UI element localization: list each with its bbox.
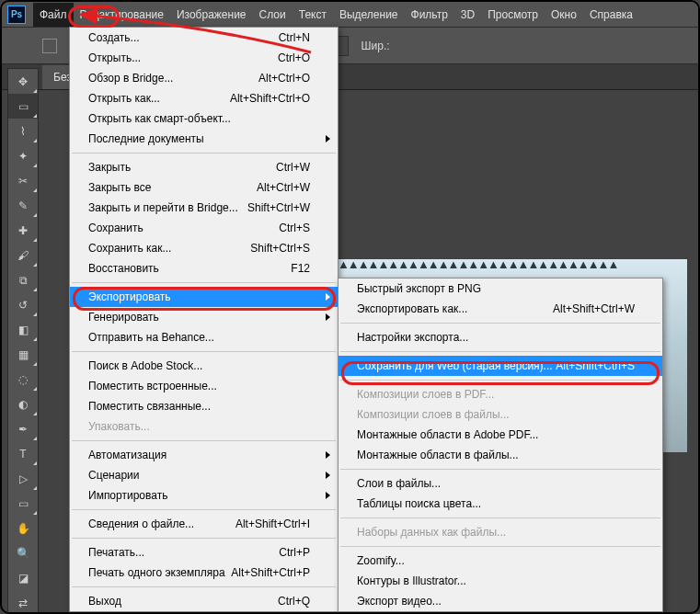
file-menu-item-11[interactable]: Сохранить как...Shift+Ctrl+S (70, 238, 338, 258)
menu-3d[interactable]: 3D (454, 3, 481, 27)
tool-heal[interactable]: ✚ (8, 218, 38, 243)
menu-файл[interactable]: Файл (33, 3, 74, 27)
export-menu-item-10[interactable]: Монтажные области в файлы... (339, 445, 662, 465)
file-menu-item-14[interactable]: Экспортировать (70, 287, 338, 307)
menu-окно[interactable]: Окно (545, 3, 583, 27)
export-menu-item-3[interactable]: Настройки экспорта... (339, 327, 662, 347)
tool-shape[interactable]: ▭ (8, 491, 38, 516)
tool-eyedropper[interactable]: ✎ (8, 193, 38, 218)
file-menu-item-shortcut: Ctrl+N (279, 31, 310, 44)
file-menu-item-25[interactable]: Импортировать (70, 485, 338, 506)
marquee-rect-icon[interactable] (42, 39, 57, 53)
tool-lasso[interactable]: ⌇ (8, 119, 38, 143)
file-menu-item-5[interactable]: Последние документы (70, 129, 338, 149)
file-menu-item-18[interactable]: Поиск в Adobe Stock... (70, 356, 338, 376)
tool-pen[interactable]: ✒ (8, 416, 38, 441)
file-menu-item-shortcut: Alt+Ctrl+W (257, 181, 310, 194)
file-menu-item-7[interactable]: ЗакрытьCtrl+W (70, 157, 338, 177)
file-menu-item-8[interactable]: Закрыть всеAlt+Ctrl+W (70, 177, 338, 198)
tool-colors[interactable]: ◪ (8, 565, 38, 590)
pen-icon: ✒ (18, 423, 28, 436)
file-menu-item-20[interactable]: Поместить связанные... (70, 396, 338, 416)
file-menu-item-label: Закрыть и перейти в Bridge... (88, 201, 247, 214)
file-menu-separator (72, 153, 336, 154)
file-menu-item-4[interactable]: Открыть как смарт-объект... (70, 108, 338, 129)
file-menu-item-label: Открыть как смарт-объект... (88, 112, 310, 125)
file-menu-item-0[interactable]: Создать...Ctrl+N (70, 28, 338, 48)
file-menu-item-12[interactable]: ВосстановитьF12 (70, 258, 338, 279)
tool-marquee[interactable]: ▭ (8, 94, 38, 119)
tool-gradient[interactable]: ▦ (8, 342, 38, 367)
tool-stamp[interactable]: ⧉ (8, 267, 38, 292)
file-menu-item-2[interactable]: Обзор в Bridge...Alt+Ctrl+O (70, 68, 338, 88)
menu-просмотр[interactable]: Просмотр (481, 3, 545, 27)
file-menu-separator (72, 440, 336, 441)
tool-swap[interactable]: ⇄ (8, 590, 38, 614)
tool-type[interactable]: T (8, 441, 38, 466)
file-menu-item-label: Отправить на Behance... (88, 331, 310, 344)
export-menu-separator (340, 351, 660, 352)
file-menu-item-label: Поиск в Adobe Stock... (88, 359, 310, 372)
export-menu-separator (340, 546, 660, 547)
menu-текст[interactable]: Текст (293, 3, 333, 27)
file-menu-item-23[interactable]: Автоматизация (70, 445, 338, 465)
menu-слои[interactable]: Слои (253, 3, 293, 27)
file-menu-item-9[interactable]: Закрыть и перейти в Bridge...Shift+Ctrl+… (70, 198, 338, 218)
export-menu-item-label: Композиции слоев в PDF... (357, 388, 635, 401)
file-menu-item-label: Печать одного экземпляра (88, 566, 231, 579)
tool-crop[interactable]: ✂ (8, 168, 38, 193)
tool-brush[interactable]: 🖌 (8, 243, 38, 267)
crop-icon: ✂ (18, 175, 28, 188)
menu-выделение[interactable]: Выделение (333, 3, 405, 27)
file-menu-item-15[interactable]: Генерировать (70, 307, 338, 327)
path-icon: ▷ (19, 472, 28, 485)
menu-редактирование[interactable]: Редактирование (74, 3, 170, 27)
file-menu-item-label: Упаковать... (88, 420, 310, 433)
tool-history[interactable]: ↺ (8, 292, 38, 317)
menu-справка[interactable]: Справка (583, 3, 639, 27)
file-menu-item-10[interactable]: СохранитьCtrl+S (70, 218, 338, 238)
export-menu-item-17[interactable]: Zoomify... (339, 551, 662, 571)
export-menu-item-5[interactable]: Сохранить для Web (старая версия)...Alt+… (339, 356, 662, 376)
file-menu-item-24[interactable]: Сценарии (70, 465, 338, 485)
file-menu-item-32[interactable]: ВыходCtrl+Q (70, 591, 338, 611)
export-menu-item-0[interactable]: Быстрый экспорт в PNG (339, 279, 662, 299)
chevron-right-icon (326, 293, 330, 301)
tool-wand[interactable]: ✦ (8, 143, 38, 168)
export-menu-separator (340, 517, 660, 518)
file-menu-item-16[interactable]: Отправить на Behance... (70, 327, 338, 347)
eyedropper-icon: ✎ (18, 199, 28, 212)
file-menu-item-1[interactable]: Открыть...Ctrl+O (70, 48, 338, 68)
tool-hand[interactable]: ✋ (8, 516, 38, 540)
export-menu-item-18[interactable]: Контуры в Illustrator... (339, 571, 662, 591)
tool-dodge[interactable]: ◐ (8, 392, 38, 416)
export-menu-item-9[interactable]: Монтажные области в Adobe PDF... (339, 425, 662, 445)
file-menu-item-29[interactable]: Печатать...Ctrl+P (70, 542, 338, 563)
export-menu-item-1[interactable]: Экспортировать как...Alt+Shift+Ctrl+W (339, 299, 662, 319)
file-menu-item-label: Поместить связанные... (88, 400, 310, 413)
tool-eraser[interactable]: ◧ (8, 317, 38, 342)
export-menu-item-13[interactable]: Таблицы поиска цвета... (339, 494, 662, 514)
file-menu-item-19[interactable]: Поместить встроенные... (70, 376, 338, 396)
file-menu-item-3[interactable]: Открыть как...Alt+Shift+Ctrl+O (70, 88, 338, 108)
file-menu-item-27[interactable]: Сведения о файле...Alt+Shift+Ctrl+I (70, 514, 338, 534)
file-menu-item-label: Экспортировать (88, 290, 310, 303)
file-menu-item-label: Сценарии (88, 469, 310, 482)
export-menu-item-label: Слои в файлы... (357, 477, 635, 490)
tool-path[interactable]: ▷ (8, 466, 38, 491)
file-menu-item-label: Открыть... (88, 51, 278, 64)
export-menu-item-19[interactable]: Экспорт видео... (339, 591, 662, 611)
export-menu-item-12[interactable]: Слои в файлы... (339, 473, 662, 494)
export-submenu: Быстрый экспорт в PNGЭкспортировать как.… (338, 278, 663, 612)
file-menu-item-30[interactable]: Печать одного экземпляраAlt+Shift+Ctrl+P (70, 563, 338, 583)
tool-move[interactable]: ✥ (8, 69, 38, 94)
menu-фильтр[interactable]: Фильтр (405, 3, 454, 27)
file-menu-item-label: Закрыть (88, 161, 276, 174)
swap-icon: ⇄ (18, 597, 28, 609)
tool-blur[interactable]: ◌ (8, 367, 38, 392)
file-menu-item-21: Упаковать... (70, 416, 338, 437)
export-menu-item-label: Монтажные области в файлы... (357, 449, 635, 461)
tool-zoom[interactable]: 🔍 (8, 540, 38, 565)
menu-изображение[interactable]: Изображение (170, 3, 253, 27)
chevron-right-icon (326, 472, 330, 479)
